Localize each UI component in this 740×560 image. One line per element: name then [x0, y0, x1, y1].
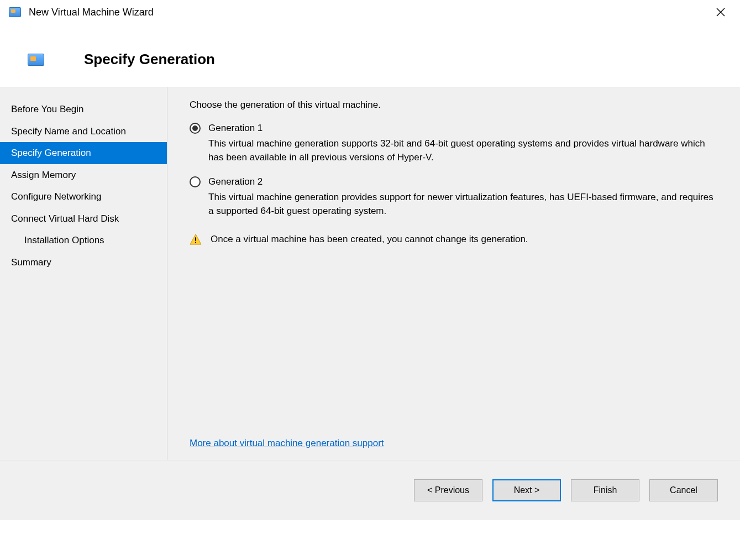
- learn-more-row: More about virtual machine generation su…: [190, 427, 718, 449]
- page-title: Specify Generation: [84, 51, 215, 68]
- svg-rect-2: [195, 237, 196, 240]
- warning-icon: [190, 234, 202, 245]
- option-description: This virtual machine generation supports…: [190, 137, 718, 164]
- generation-option: Generation 2This virtual machine generat…: [190, 176, 718, 218]
- radio-button[interactable]: [190, 176, 201, 187]
- sidebar-step[interactable]: Installation Options: [0, 229, 167, 252]
- page-header: Specify Generation: [0, 24, 740, 87]
- content-pane: Choose the generation of this virtual ma…: [167, 87, 740, 460]
- generation-option: Generation 1This virtual machine generat…: [190, 123, 718, 164]
- main-area: Before You BeginSpecify Name and Locatio…: [0, 87, 740, 460]
- option-label[interactable]: Generation 1: [208, 123, 263, 134]
- option-description: This virtual machine generation provides…: [190, 191, 718, 218]
- sidebar-step[interactable]: Assign Memory: [0, 164, 167, 186]
- content-intro: Choose the generation of this virtual ma…: [190, 100, 718, 111]
- close-button[interactable]: [708, 3, 733, 21]
- cancel-button[interactable]: Cancel: [649, 479, 718, 501]
- option-label[interactable]: Generation 2: [208, 176, 263, 187]
- svg-rect-3: [195, 242, 196, 243]
- warning-text: Once a virtual machine has been created,…: [211, 233, 528, 246]
- learn-more-link[interactable]: More about virtual machine generation su…: [190, 438, 384, 448]
- sidebar-step[interactable]: Specify Name and Location: [0, 121, 167, 143]
- titlebar: New Virtual Machine Wizard: [0, 0, 740, 24]
- window-title: New Virtual Machine Wizard: [29, 7, 708, 18]
- button-bar: < Previous Next > Finish Cancel: [0, 460, 740, 520]
- sidebar-step[interactable]: Configure Networking: [0, 186, 167, 208]
- app-icon: [9, 7, 21, 17]
- radio-button[interactable]: [190, 123, 201, 134]
- sidebar-step[interactable]: Summary: [0, 252, 167, 274]
- previous-button[interactable]: < Previous: [414, 479, 482, 501]
- sidebar-step[interactable]: Specify Generation: [0, 142, 167, 164]
- wizard-steps-sidebar: Before You BeginSpecify Name and Locatio…: [0, 87, 167, 460]
- wizard-icon: [28, 54, 44, 66]
- next-button[interactable]: Next >: [492, 479, 561, 501]
- close-icon: [716, 8, 725, 17]
- finish-button[interactable]: Finish: [571, 479, 639, 501]
- warning-row: Once a virtual machine has been created,…: [190, 233, 718, 246]
- sidebar-step[interactable]: Before You Begin: [0, 98, 167, 121]
- sidebar-step[interactable]: Connect Virtual Hard Disk: [0, 208, 167, 230]
